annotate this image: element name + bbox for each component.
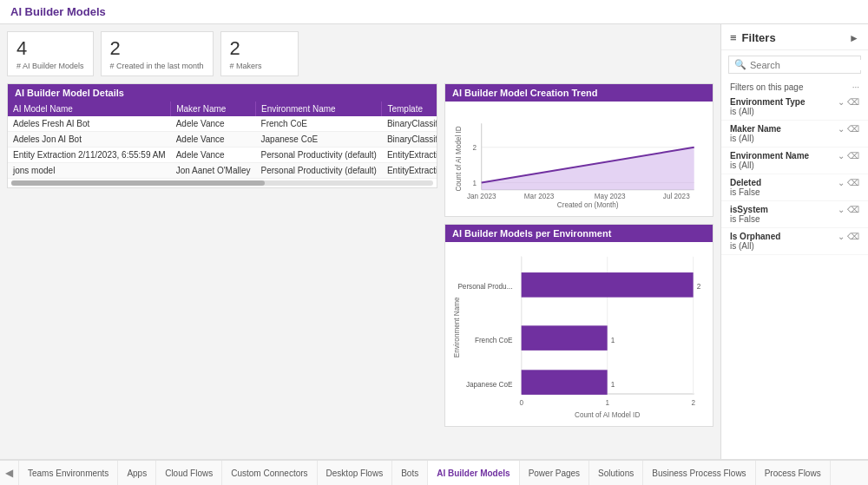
line-chart-body: Count of AI Model ID 1 2 xyxy=(445,102,713,216)
table-column-header: Maker Name xyxy=(171,102,256,116)
filter-name: Deleted xyxy=(730,178,761,187)
header: AI Builder Models xyxy=(0,0,868,24)
kpi-card-ai-builder-models: 4 # AI Builder Models xyxy=(7,31,94,76)
kpi-number: 2 xyxy=(230,37,289,60)
filter-clear-icon[interactable]: ⌫ xyxy=(847,97,859,107)
y-tick-1: 1 xyxy=(473,180,477,187)
tabs-container: Teams EnvironmentsAppsCloud FlowsCustom … xyxy=(19,461,831,485)
filter-value: is False xyxy=(730,214,859,224)
filter-expand-icon[interactable]: ⌄ xyxy=(838,178,845,187)
filter-clear-icon[interactable]: ⌫ xyxy=(847,151,859,161)
filter-expand-icon[interactable]: ⌄ xyxy=(838,151,845,161)
filter-clear-icon[interactable]: ⌫ xyxy=(847,232,859,241)
table-cell: EntityExtraction xyxy=(382,147,437,163)
filter-item-maker-name[interactable]: Maker Name ⌄ ⌫ is (All) xyxy=(721,121,868,147)
table-section-header: AI Builder Model Details xyxy=(8,84,437,102)
filter-icons[interactable]: ⌄ ⌫ xyxy=(838,151,859,161)
table-cell: Jon Aanet O'Malley xyxy=(171,163,256,179)
tab-cloud-flows[interactable]: Cloud Flows xyxy=(156,461,222,485)
filter-clear-icon[interactable]: ⌫ xyxy=(847,124,859,134)
table-cell: Personal Productivity (default) xyxy=(256,147,382,163)
filter-expand-icon[interactable]: ⌄ xyxy=(838,97,845,107)
table-row: jons modelJon Aanet O'MalleyPersonal Pro… xyxy=(8,163,437,179)
x-axis-label: Created on (Month) xyxy=(557,201,619,209)
tab-desktop-flows[interactable]: Desktop Flows xyxy=(318,461,393,485)
filter-item-environment-name[interactable]: Environment Name ⌄ ⌫ is (All) xyxy=(721,147,868,174)
area-fill xyxy=(482,147,694,190)
bar-french-coe xyxy=(522,325,608,351)
filter-item-environment-type[interactable]: Environment Type ⌄ ⌫ is (All) xyxy=(721,94,868,121)
tab-custom-connectors[interactable]: Custom Connectors xyxy=(222,461,317,485)
tab-process-flows[interactable]: Process Flows xyxy=(756,461,831,485)
scrollbar-thumb xyxy=(11,180,265,186)
table-scroll[interactable]: AI Model NameMaker NameEnvironment NameT… xyxy=(8,102,437,179)
scrollbar-indicator[interactable] xyxy=(11,180,433,186)
filter-value: is (All) xyxy=(730,107,859,116)
kpi-number: 2 xyxy=(110,37,204,60)
filters-toggle-button[interactable]: ► xyxy=(849,32,859,44)
table-cell: EntityExtraction xyxy=(382,163,437,179)
table-cell: Adele Vance xyxy=(171,147,256,163)
filter-item-deleted[interactable]: Deleted ⌄ ⌫ is False xyxy=(721,174,868,201)
table-cell: Entity Extraction 2/11/2023, 6:55:59 AM xyxy=(8,147,171,163)
filter-name: Maker Name xyxy=(730,124,781,134)
line-chart-header: AI Builder Model Creation Trend xyxy=(445,84,713,102)
line-chart-card: AI Builder Model Creation Trend Count of… xyxy=(444,83,713,217)
search-icon: 🔍 xyxy=(734,59,746,70)
bar-x-tick-2: 2 xyxy=(691,399,695,407)
table-cell: BinaryClassification xyxy=(382,116,437,132)
table-column-header: Environment Name xyxy=(256,102,382,116)
filters-panel: ≡ Filters ► 🔍 Filters on this page ··· E… xyxy=(720,24,868,459)
bar-label-japanese: Japanese CoE xyxy=(466,381,513,389)
filter-name: Is Orphaned xyxy=(730,232,780,241)
page-title: AI Builder Models xyxy=(10,5,106,18)
tab-solutions[interactable]: Solutions xyxy=(589,461,643,485)
table-cell: Personal Productivity (default) xyxy=(256,163,382,179)
filter-clear-icon[interactable]: ⌫ xyxy=(847,178,859,187)
x-label-jul: Jul 2023 xyxy=(663,193,690,200)
main-area: 4 # AI Builder Models 2 # Created in the… xyxy=(0,24,868,459)
line-chart-svg: Count of AI Model ID 1 2 xyxy=(450,107,707,211)
bar-x-tick-0: 0 xyxy=(519,399,523,407)
filter-icons[interactable]: ⌄ ⌫ xyxy=(838,205,859,214)
tab-apps[interactable]: Apps xyxy=(118,461,156,485)
tab-ai-builder-models[interactable]: AI Builder Models xyxy=(428,459,519,485)
bar-value-french: 1 xyxy=(611,337,615,344)
filters-header: ≡ Filters ► xyxy=(721,24,868,50)
bottom-tabs: ◀ Teams EnvironmentsAppsCloud FlowsCusto… xyxy=(0,459,868,485)
filters-more-button[interactable]: ··· xyxy=(852,82,859,92)
filter-expand-icon[interactable]: ⌄ xyxy=(838,124,845,134)
search-box[interactable]: 🔍 xyxy=(728,56,861,74)
bar-chart-header: AI Builder Models per Environment xyxy=(445,225,713,242)
filter-value: is (All) xyxy=(730,241,859,251)
filter-expand-icon[interactable]: ⌄ xyxy=(838,232,845,241)
tab-nav-left[interactable]: ◀ xyxy=(0,461,19,485)
bar-chart-svg: Environment Name xyxy=(450,247,707,421)
filter-icons[interactable]: ⌄ ⌫ xyxy=(838,124,859,134)
kpi-label: # Created in the last month xyxy=(110,62,204,70)
filter-expand-icon[interactable]: ⌄ xyxy=(838,205,845,214)
kpi-number: 4 xyxy=(16,37,84,60)
tab-business-process-flows[interactable]: Business Process Flows xyxy=(643,461,755,485)
data-table: AI Model NameMaker NameEnvironment NameT… xyxy=(8,102,437,179)
app-container: AI Builder Models 4 # AI Builder Models … xyxy=(0,0,868,485)
filter-clear-icon[interactable]: ⌫ xyxy=(847,205,859,214)
table-cell: Adele Vance xyxy=(171,132,256,147)
filter-icons[interactable]: ⌄ ⌫ xyxy=(838,178,859,187)
search-input[interactable] xyxy=(750,60,868,70)
line-chart-container: Count of AI Model ID 1 2 xyxy=(450,107,707,211)
filter-icons[interactable]: ⌄ ⌫ xyxy=(838,232,859,241)
filters-title: ≡ Filters xyxy=(730,31,776,44)
tab-power-pages[interactable]: Power Pages xyxy=(520,461,589,485)
bar-chart-body: Environment Name xyxy=(445,242,713,426)
bar-value-japanese: 1 xyxy=(611,381,615,389)
table-cell: Adele Vance xyxy=(171,116,256,132)
tab-teams-environments[interactable]: Teams Environments xyxy=(19,461,118,485)
filter-item-is-orphaned[interactable]: Is Orphaned ⌄ ⌫ is (All) xyxy=(721,228,868,255)
filter-icons[interactable]: ⌄ ⌫ xyxy=(838,97,859,107)
filter-item-issystem[interactable]: isSystem ⌄ ⌫ is False xyxy=(721,201,868,228)
table-header-row: AI Model NameMaker NameEnvironment NameT… xyxy=(8,102,437,116)
tab-bots[interactable]: Bots xyxy=(392,461,428,485)
y-axis-label: Count of AI Model ID xyxy=(455,126,463,191)
bar-chart-card: AI Builder Models per Environment Enviro… xyxy=(444,224,713,427)
